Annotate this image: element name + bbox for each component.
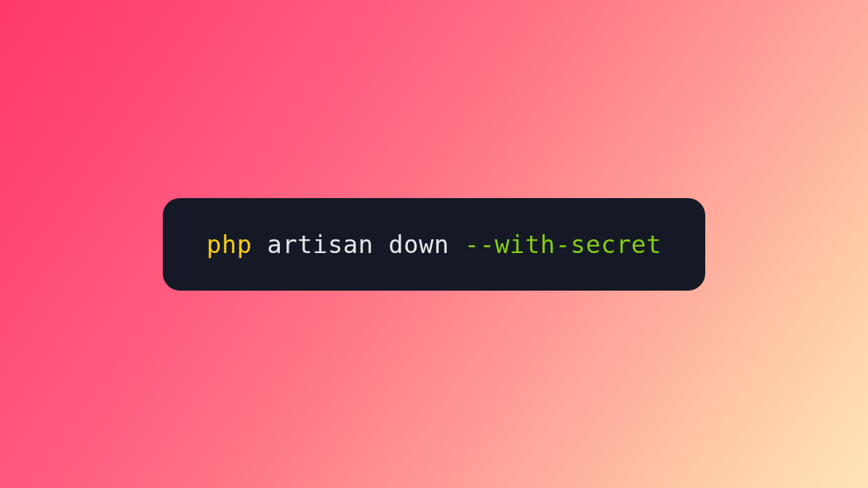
code-token-args: artisan down [252,230,464,259]
code-token-command: php [206,230,252,259]
code-token-flag: --with-secret [464,230,662,259]
code-block: php artisan down --with-secret [163,198,705,291]
